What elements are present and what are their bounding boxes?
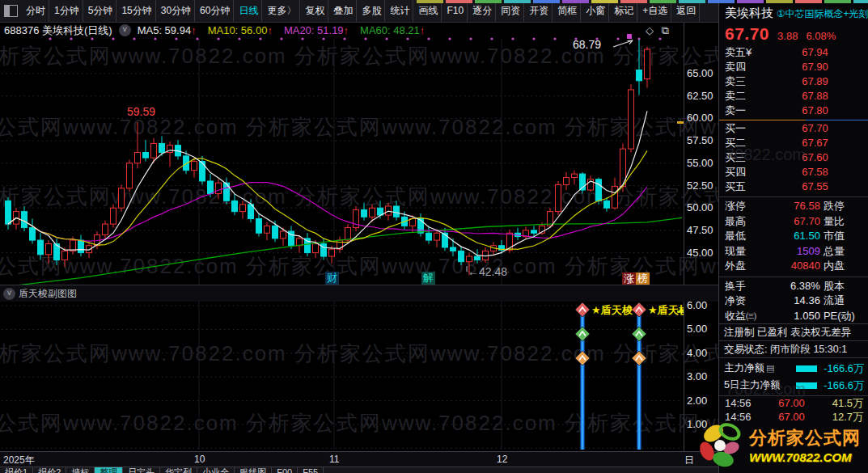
ma20-value: MA20: 51.19↑	[284, 24, 349, 36]
stat-label-right: 量比	[824, 214, 863, 230]
toolbar-item-8[interactable]: 更多〉	[264, 0, 300, 22]
candle	[273, 221, 278, 243]
strip-segment	[591, 0, 618, 3]
x-axis-label: 12	[497, 454, 507, 465]
fin-label: 换手	[725, 279, 763, 294]
candle	[531, 226, 537, 236]
stat-label: 外盘	[725, 259, 763, 274]
flow-value: -166.6万	[822, 378, 864, 393]
chevron-down-icon[interactable]: ˅	[119, 24, 131, 36]
strip-segment	[795, 0, 822, 3]
strip-segment	[446, 0, 472, 3]
strip-segment	[708, 0, 735, 3]
toolbar-item-19[interactable]: 小窗	[582, 0, 609, 22]
status-tab-3[interactable]: 墙标	[66, 467, 95, 473]
status-tab-6[interactable]: 华宝列	[160, 467, 197, 473]
bid-row[interactable]: 买五67.55	[719, 179, 868, 194]
rank-badge-bang[interactable]: 榜	[636, 272, 650, 285]
logo-url: WWW.70822.COM	[749, 450, 861, 464]
toolbar-item-2[interactable]: 1分钟	[51, 0, 83, 22]
toolbar-item-22[interactable]: 返回	[673, 0, 700, 22]
popup-window-icon[interactable]: ⧉	[662, 24, 669, 36]
queue-price: 67.80	[767, 103, 863, 118]
toolbar-item-18[interactable]: 简框	[554, 0, 581, 22]
toolbar-item-9[interactable]: 复权	[302, 0, 328, 22]
toolbar-item-21[interactable]: +自选	[639, 0, 671, 22]
toolbar-item-17[interactable]: 开资	[526, 0, 553, 22]
status-tab-8[interactable]: 服线图	[235, 467, 272, 473]
logo-site-name: 分析家公式网	[749, 426, 861, 450]
annotation-high: 68.79	[573, 38, 601, 51]
stat-row: 涨停76.58跌停	[719, 199, 868, 214]
queue-label: 卖四	[725, 60, 767, 74]
toolbar-item-5[interactable]: 30分钟	[158, 0, 195, 22]
listing-flags: 注册制 已盈利 表决权无差异	[719, 323, 868, 340]
toolbar-item-10[interactable]: 叠加	[330, 0, 357, 22]
site-logo[interactable]: 分析家公式网 WWW.70822.COM	[696, 417, 868, 473]
trade-status: 交易状态: 闭市阶段 15:30:1	[719, 340, 868, 357]
toolbar-item-6[interactable]: 60分钟	[197, 0, 234, 22]
news-badge-cai[interactable]: 财	[325, 272, 339, 285]
subchart-title: 盾天梭副图图	[19, 287, 77, 301]
strip-segment	[417, 0, 443, 3]
event-dot	[490, 37, 493, 40]
toolbar-item-11[interactable]: 多股	[358, 0, 385, 22]
status-tab-10[interactable]: F55	[298, 467, 324, 473]
stat-value: 67.70	[763, 214, 824, 230]
status-tab-9[interactable]: F00	[272, 467, 298, 473]
bid-row[interactable]: 买四67.58	[719, 165, 868, 179]
event-dot	[553, 37, 556, 40]
up-arrow-icon: ↑	[191, 24, 197, 36]
status-tab-2[interactable]: 报价2	[33, 467, 66, 473]
diamond-marker-icon[interactable]: ◇	[646, 24, 654, 36]
up-arrow-icon: ↑	[344, 24, 349, 36]
ma5-value: MA5: 59.94↑	[138, 24, 197, 36]
ask-row[interactable]: 卖一67.80	[719, 103, 868, 118]
price-axis-label: 65.00	[687, 67, 721, 79]
event-dot	[658, 37, 661, 40]
status-tab-5[interactable]: 日宝头	[123, 467, 160, 473]
stat-row: 现量1509总量	[719, 244, 868, 260]
toolbar-item-1[interactable]: 分时	[23, 0, 49, 22]
rank-badge-zhang[interactable]: 涨	[622, 272, 636, 285]
status-tab-1[interactable]: 报价1	[0, 467, 33, 473]
bid-row[interactable]: 买一67.70	[719, 121, 868, 136]
strip-segment	[679, 0, 705, 3]
toolbar-item-16[interactable]: 同资	[498, 0, 524, 22]
ask-row[interactable]: 卖五¥67.94	[719, 45, 868, 60]
signal-square	[627, 34, 632, 39]
signal-marker-chevron	[636, 332, 642, 336]
money-flow-row: 主力净额▤-166.6万	[719, 360, 868, 377]
toolbar-item-20[interactable]: 标记	[611, 0, 637, 22]
queue-label: 卖三	[725, 74, 767, 89]
layout-split-icon[interactable]	[4, 5, 18, 17]
toolbar-item-14[interactable]: F10	[443, 0, 468, 22]
stat-value: 1509	[763, 244, 824, 260]
chevron-down-icon[interactable]: ˅	[3, 288, 15, 300]
toolbar-item-3[interactable]: 5分钟	[85, 0, 117, 22]
toolbar-item-13[interactable]: 画线	[415, 0, 442, 22]
toolbar-item-12[interactable]: 统计	[387, 0, 413, 22]
price-change-pct: 6.08%	[806, 30, 836, 42]
main-chart-svg	[0, 0, 718, 473]
queue-divider	[719, 119, 868, 120]
queue-label: 卖一	[725, 103, 767, 118]
concept-tag[interactable]: ①中芯国际概念+光刻	[777, 8, 868, 19]
ask-row[interactable]: 卖四67.90	[719, 60, 868, 74]
toolbar-item-7[interactable]: 日线	[235, 0, 262, 22]
candle	[176, 140, 181, 159]
strip-segment	[650, 0, 676, 3]
ask-row[interactable]: 卖二67.88	[719, 89, 868, 103]
top-color-strip	[417, 0, 868, 3]
status-tab-7[interactable]: 小业全	[197, 467, 235, 473]
fin-value: 1.050	[763, 309, 824, 324]
toolbar-item-15[interactable]: 逐分	[469, 0, 496, 22]
candle	[297, 234, 303, 252]
ask-row[interactable]: 卖三67.89	[719, 74, 868, 89]
news-badge-jie[interactable]: 解	[421, 272, 435, 285]
queue-price: 67.89	[767, 74, 863, 89]
list-icon[interactable]: ▤	[766, 363, 774, 374]
up-arrow-icon: ↑	[267, 24, 273, 36]
status-tab-4[interactable]: 整理	[95, 467, 123, 473]
toolbar-item-4[interactable]: 15分钟	[118, 0, 155, 22]
